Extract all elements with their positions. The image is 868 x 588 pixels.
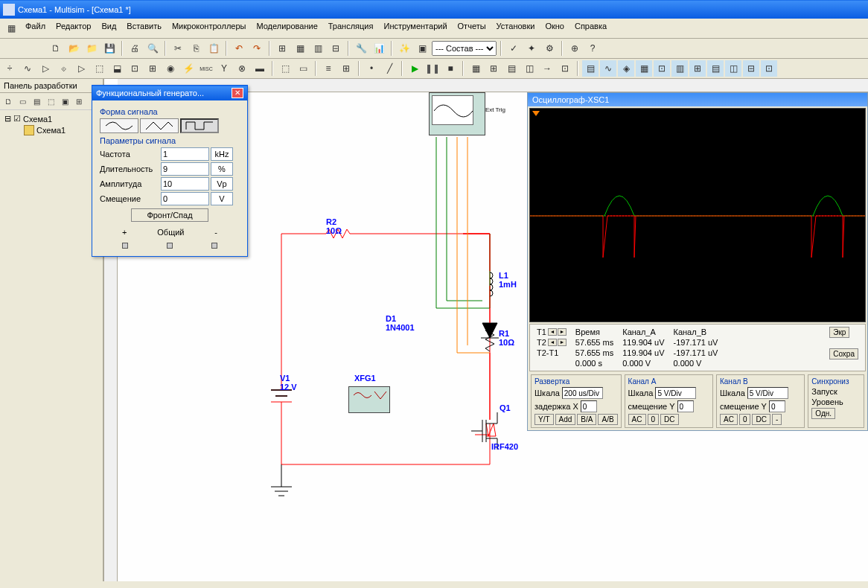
check-icon[interactable]: ✓ [505,40,522,57]
scope-save-button[interactable]: Сохра [829,348,858,359]
copy-icon[interactable]: ⎘ [188,40,204,57]
misc2-icon[interactable]: MISC [198,60,214,77]
menu-edit[interactable]: Редактор [51,20,95,36]
terminal-plus[interactable] [122,243,128,249]
instH-icon[interactable]: ▤ [707,60,724,77]
instG-icon[interactable]: ⊞ [689,60,706,77]
new-icon[interactable]: 🗋 [48,40,64,57]
cmos-icon[interactable]: ⬓ [109,60,125,77]
side-b4-icon[interactable]: ⬚ [44,95,57,108]
comp2-icon[interactable]: 📊 [371,40,387,57]
cha-ypos-input[interactable] [677,400,694,412]
menu-file[interactable]: Файл [21,20,50,36]
trigger-single-button[interactable]: Одн. [811,408,835,419]
misc-icon[interactable]: ⊡ [127,60,143,77]
instD-icon[interactable]: ▦ [636,60,652,77]
analog-icon[interactable]: ▷ [73,60,89,77]
tree-root[interactable]: ⊟ ☑ Схема1 [3,113,100,124]
preview-icon[interactable]: 🔍 [144,40,161,57]
place2-icon[interactable]: ▭ [295,60,311,77]
tool7-icon[interactable]: ⊕ [567,40,583,57]
instC-icon[interactable]: ◈ [618,60,634,77]
open-icon[interactable]: 📂 [66,40,82,57]
square-wave-button[interactable] [180,118,219,133]
inst6-icon[interactable]: ⊡ [557,60,573,77]
chb-ac-button[interactable]: AC [720,414,738,425]
edge-button[interactable]: Фронт/Спад [131,208,208,222]
junct-icon[interactable]: • [363,60,380,77]
trans-icon[interactable]: ⟐ [55,60,71,77]
rf-icon[interactable]: Y [216,60,232,77]
chb-ypos-input[interactable] [769,400,785,412]
grid2-icon[interactable]: ▦ [292,40,308,57]
ttl-icon[interactable]: ⬚ [91,60,107,77]
side-b3-icon[interactable]: ▤ [30,95,43,108]
t1-left-icon[interactable]: ◄ [548,328,557,336]
freq-input[interactable] [161,147,209,161]
chb-0-button[interactable]: 0 [739,414,751,425]
menu-transfer[interactable]: Трансляция [324,20,378,36]
terminal-minus[interactable] [211,243,217,249]
chb-dc-button[interactable]: DC [752,414,770,425]
scope-title[interactable]: Осциллограф-XSC1 [528,93,867,106]
side-b2-icon[interactable]: ▭ [16,95,29,108]
offset-input[interactable] [161,192,209,205]
grid3-icon[interactable]: ▥ [310,40,326,57]
wire-icon[interactable]: ╱ [381,60,398,77]
save-icon[interactable]: 💾 [101,40,118,57]
side-b5-icon[interactable]: ▣ [58,95,71,108]
side-new-icon[interactable]: 🗋 [1,95,15,108]
stop-icon[interactable]: ■ [442,60,459,77]
instE-icon[interactable]: ⊡ [654,60,670,77]
app-mdi-icon[interactable]: ▦ [3,20,19,36]
em-icon[interactable]: ⊗ [234,60,250,77]
hier-icon[interactable]: ⊞ [338,60,354,77]
cha-0-button[interactable]: 0 [648,414,660,425]
instB-icon[interactable]: ∿ [600,60,616,77]
inst4-icon[interactable]: ◫ [521,60,537,77]
diode-icon[interactable]: ▷ [37,60,54,77]
comp1-icon[interactable]: 🔧 [353,40,369,57]
bus-icon[interactable]: ≡ [320,60,336,77]
tool6-icon[interactable]: ⚙ [541,40,558,57]
menu-insert[interactable]: Вставить [122,20,166,36]
instA-icon[interactable]: ▤ [582,60,599,77]
undo-icon[interactable]: ↶ [231,40,247,57]
t1-right-icon[interactable]: ► [558,328,567,336]
oscilloscope-component[interactable]: Ext Trig [429,92,485,135]
menu-options[interactable]: Установки [492,20,540,36]
side-b6-icon[interactable]: ⊞ [72,95,86,108]
close-icon[interactable]: ✕ [232,88,243,98]
design-tree[interactable]: ⊟ ☑ Схема1 Схема1 [0,110,103,139]
inst5-icon[interactable]: → [539,60,555,77]
pause-icon[interactable]: ❚❚ [424,60,441,77]
duty-input[interactable] [161,162,209,176]
component-select[interactable]: --- Состав --- [432,41,497,56]
instK-icon[interactable]: ⊡ [761,60,777,77]
menu-reports[interactable]: Отчеты [453,20,491,36]
src-icon[interactable]: ÷ [1,60,18,77]
t2-right-icon[interactable]: ► [558,339,567,346]
inst2-icon[interactable]: ⊞ [485,60,502,77]
amp-input[interactable] [161,177,209,191]
instF-icon[interactable]: ▥ [671,60,688,77]
inst3-icon[interactable]: ▤ [503,60,520,77]
sine-wave-button[interactable] [100,118,138,133]
ab-button[interactable]: A/B [598,414,617,425]
timebase-delay-input[interactable] [581,400,597,412]
menu-window[interactable]: Окно [540,20,569,36]
tool5-icon[interactable]: ✦ [523,40,540,57]
ind-icon[interactable]: ◉ [162,60,179,77]
cha-dc-button[interactable]: DC [660,414,678,425]
add-button[interactable]: Add [555,414,576,425]
function-generator-dialog[interactable]: Функциональный генерато... ✕ Форма сигна… [92,85,248,257]
t2-left-icon[interactable]: ◄ [548,339,557,346]
paste-icon[interactable]: 📋 [205,40,222,57]
function-generator-component[interactable] [348,386,390,413]
menu-mcu[interactable]: Микроконтроллеры [167,20,251,36]
print-icon[interactable]: 🖨 [127,40,143,57]
cha-scale-input[interactable] [655,387,696,399]
help-icon[interactable]: ? [584,40,601,57]
menu-tools[interactable]: Инструментарий [379,20,451,36]
yt-button[interactable]: Y/T [534,414,554,425]
